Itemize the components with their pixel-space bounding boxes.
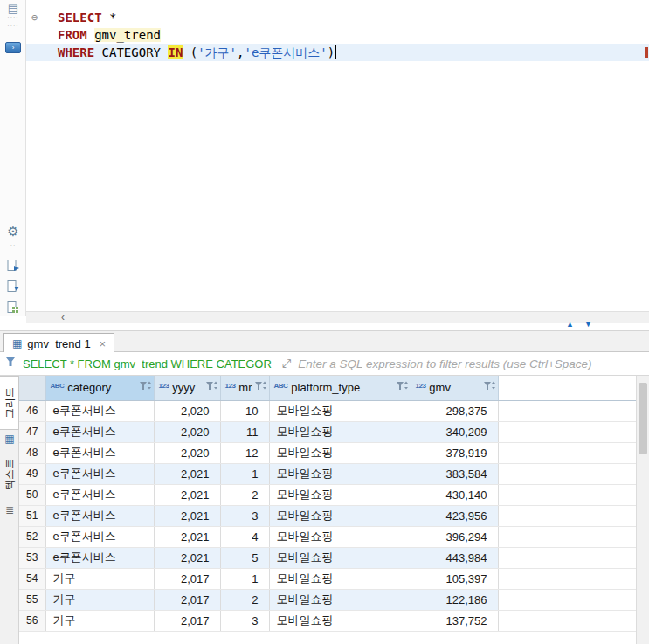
sql-console-icon[interactable]: › xyxy=(5,42,21,53)
cell-platform-type[interactable]: 모바일쇼핑 xyxy=(269,589,411,610)
cell-category[interactable]: e쿠폰서비스 xyxy=(45,463,154,484)
row-number[interactable]: 51 xyxy=(19,505,45,526)
code-line[interactable]: WHERE CATEGORY IN ('가구','e쿠폰서비스') xyxy=(26,44,649,61)
table-row[interactable]: 50 e쿠폰서비스 2,021 2 모바일쇼핑 430,140 xyxy=(19,484,636,505)
sql-editor[interactable]: ⊖SELECT *FROM gmv_trendWHERE CATEGORY IN… xyxy=(26,0,649,311)
cell-yyyy[interactable]: 2,017 xyxy=(154,589,220,610)
cell-mm[interactable]: 3 xyxy=(220,505,269,526)
corner-cell[interactable] xyxy=(19,376,45,400)
cell-platform-type[interactable]: 모바일쇼핑 xyxy=(269,568,411,589)
filter-sort-icon[interactable] xyxy=(140,381,152,394)
cell-category[interactable]: 가구 xyxy=(45,589,154,610)
cell-yyyy[interactable]: 2,021 xyxy=(154,526,220,547)
row-number[interactable]: 54 xyxy=(19,568,45,589)
cell-mm[interactable]: 5 xyxy=(220,547,269,568)
cell-platform-type[interactable]: 모바일쇼핑 xyxy=(269,505,411,526)
cell-yyyy[interactable]: 2,017 xyxy=(154,568,220,589)
tab-grid-view[interactable]: 그리드 xyxy=(0,376,19,430)
row-number[interactable]: 49 xyxy=(19,463,45,484)
arrow-down-icon[interactable]: ▼ xyxy=(584,320,603,329)
gear-icon[interactable]: ⚙ xyxy=(0,224,26,239)
arrow-up-icon[interactable]: ▲ xyxy=(566,320,584,329)
cell-gmv[interactable]: 340,209 xyxy=(411,421,498,442)
cell-platform-type[interactable]: 모바일쇼핑 xyxy=(269,526,411,547)
row-number[interactable]: 56 xyxy=(19,610,45,631)
fold-collapse-icon[interactable]: ⊖ xyxy=(31,9,38,26)
overview-ruler-marker[interactable] xyxy=(645,47,648,58)
cell-gmv[interactable]: 378,919 xyxy=(411,442,498,463)
cell-gmv[interactable]: 443,984 xyxy=(411,547,498,568)
filter-sort-icon[interactable] xyxy=(484,381,496,394)
cell-category[interactable]: e쿠폰서비스 xyxy=(45,484,154,505)
active-query-text[interactable]: SELECT * FROM gmv_trend WHERE CATEGOR xyxy=(23,357,272,370)
scroll-left-icon[interactable]: ‹ xyxy=(61,312,65,323)
cell-category[interactable]: e쿠폰서비스 xyxy=(45,421,154,442)
cell-gmv[interactable]: 396,294 xyxy=(411,526,498,547)
cell-gmv[interactable]: 105,397 xyxy=(411,568,498,589)
row-number[interactable]: 55 xyxy=(19,589,45,610)
cell-mm[interactable]: 11 xyxy=(220,421,269,442)
cell-mm[interactable]: 2 xyxy=(220,484,269,505)
table-row[interactable]: 53 e쿠폰서비스 2,021 5 모바일쇼핑 443,984 xyxy=(19,547,636,568)
cell-mm[interactable]: 4 xyxy=(220,526,269,547)
cell-gmv[interactable]: 137,752 xyxy=(411,610,498,631)
cell-platform-type[interactable]: 모바일쇼핑 xyxy=(269,400,411,421)
cell-gmv[interactable]: 383,584 xyxy=(411,463,498,484)
tab-gmv-trend-1[interactable]: ▦ gmv_trend 1 × xyxy=(3,333,114,353)
column-header-mm[interactable]: 123 mm xyxy=(220,376,269,400)
cell-category[interactable]: 가구 xyxy=(45,568,154,589)
close-icon[interactable]: × xyxy=(100,337,107,350)
code-line[interactable]: FROM gmv_trend xyxy=(26,26,649,44)
cell-category[interactable]: e쿠폰서비스 xyxy=(45,442,154,463)
table-row[interactable]: 47 e쿠폰서비스 2,020 11 모바일쇼핑 340,209 xyxy=(19,421,636,442)
table-row[interactable]: 51 e쿠폰서비스 2,021 3 모바일쇼핑 423,956 xyxy=(19,505,636,526)
cell-gmv[interactable]: 423,956 xyxy=(411,505,498,526)
table-row[interactable]: 56 가구 2,017 3 모바일쇼핑 137,752 xyxy=(19,610,636,631)
column-header-yyyy[interactable]: 123 yyyy xyxy=(154,376,220,400)
filter-sort-icon[interactable] xyxy=(206,381,218,394)
editor-hscrollbar[interactable]: ‹ xyxy=(26,311,649,323)
column-header-gmv[interactable]: 123 gmv xyxy=(411,376,498,400)
cell-mm[interactable]: 10 xyxy=(220,400,269,421)
filter-sort-icon[interactable] xyxy=(397,381,409,394)
column-header-platform-type[interactable]: ABC platform_type xyxy=(269,376,411,400)
cell-mm[interactable]: 12 xyxy=(220,442,269,463)
cell-category[interactable]: e쿠폰서비스 xyxy=(45,505,154,526)
export-results-icon[interactable] xyxy=(0,259,26,273)
panel-restore-arrows[interactable]: ▲▼ xyxy=(566,320,603,329)
cell-yyyy[interactable]: 2,020 xyxy=(154,400,220,421)
row-number[interactable]: 46 xyxy=(19,400,45,421)
panel-icon[interactable]: ▤ xyxy=(0,2,26,15)
table-row[interactable]: 54 가구 2,017 1 모바일쇼핑 105,397 xyxy=(19,568,636,589)
cell-category[interactable]: e쿠폰서비스 xyxy=(45,400,154,421)
table-row[interactable]: 55 가구 2,017 2 모바일쇼핑 122,186 xyxy=(19,589,636,610)
row-number[interactable]: 47 xyxy=(19,421,45,442)
results-vscrollbar[interactable] xyxy=(636,376,649,644)
cell-yyyy[interactable]: 2,021 xyxy=(154,484,220,505)
cell-mm[interactable]: 1 xyxy=(220,568,269,589)
row-number[interactable]: 53 xyxy=(19,547,45,568)
expand-filter-icon[interactable]: ⤢ xyxy=(282,357,291,370)
filter-input[interactable]: Enter a SQL expression to filter results… xyxy=(298,357,591,370)
table-row[interactable]: 48 e쿠폰서비스 2,020 12 모바일쇼핑 378,919 xyxy=(19,442,636,463)
row-number[interactable]: 48 xyxy=(19,442,45,463)
cell-gmv[interactable]: 430,140 xyxy=(411,484,498,505)
cell-platform-type[interactable]: 모바일쇼핑 xyxy=(269,547,411,568)
cell-gmv[interactable]: 298,375 xyxy=(411,400,498,421)
cell-platform-type[interactable]: 모바일쇼핑 xyxy=(269,484,411,505)
cell-category[interactable]: e쿠폰서비스 xyxy=(45,526,154,547)
cell-mm[interactable]: 1 xyxy=(220,463,269,484)
tab-text-view[interactable]: 텍스트 xyxy=(0,447,19,502)
cell-yyyy[interactable]: 2,021 xyxy=(154,505,220,526)
row-number[interactable]: 52 xyxy=(19,526,45,547)
cell-yyyy[interactable]: 2,017 xyxy=(154,610,220,631)
cell-yyyy[interactable]: 2,021 xyxy=(154,463,220,484)
cell-mm[interactable]: 2 xyxy=(220,589,269,610)
cell-yyyy[interactable]: 2,021 xyxy=(154,547,220,568)
row-number[interactable]: 50 xyxy=(19,484,45,505)
filter-sort-icon[interactable] xyxy=(255,381,267,394)
export-grid-icon[interactable] xyxy=(0,301,26,315)
cell-gmv[interactable]: 122,186 xyxy=(411,589,498,610)
cell-platform-type[interactable]: 모바일쇼핑 xyxy=(269,610,411,631)
filter-icon[interactable] xyxy=(5,356,17,371)
